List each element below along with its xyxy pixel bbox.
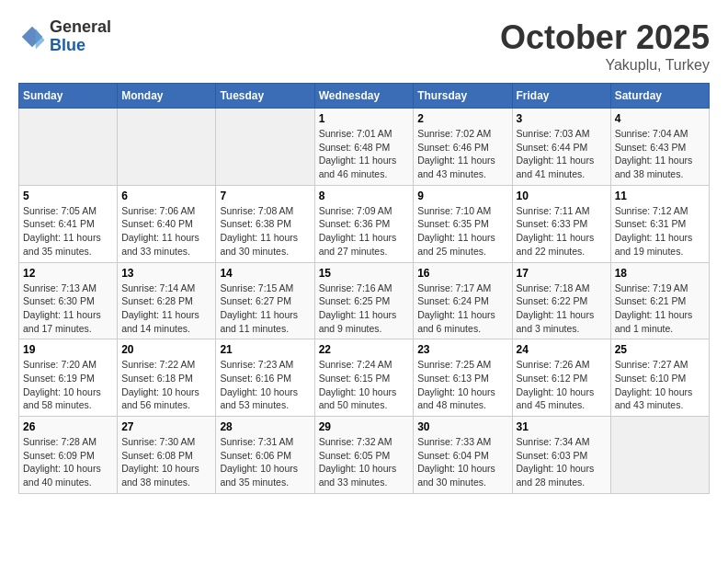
day-info: Sunrise: 7:18 AMSunset: 6:22 PMDaylight:… [517, 282, 607, 336]
calendar-cell: 2Sunrise: 7:02 AMSunset: 6:46 PMDaylight… [414, 109, 512, 186]
calendar-cell: 24Sunrise: 7:26 AMSunset: 6:12 PMDayligh… [512, 339, 610, 417]
day-info: Sunrise: 7:05 AMSunset: 6:41 PMDaylight:… [23, 204, 113, 259]
weekday-header: Saturday [610, 84, 709, 109]
day-info: Sunrise: 7:14 AMSunset: 6:28 PMDaylight:… [121, 282, 211, 336]
calendar-cell: 12Sunrise: 7:13 AMSunset: 6:30 PMDayligh… [19, 262, 118, 339]
weekday-header: Tuesday [216, 84, 314, 109]
day-info: Sunrise: 7:03 AMSunset: 6:44 PMDaylight:… [517, 127, 607, 181]
calendar-cell: 15Sunrise: 7:16 AMSunset: 6:25 PMDayligh… [314, 262, 414, 339]
day-info: Sunrise: 7:24 AMSunset: 6:15 PMDaylight:… [319, 358, 410, 412]
month-title: October 2025 [500, 18, 710, 57]
day-number: 19 [23, 343, 113, 356]
day-number: 25 [615, 343, 705, 356]
svg-marker-1 [36, 29, 45, 50]
calendar-cell: 11Sunrise: 7:12 AMSunset: 6:31 PMDayligh… [610, 185, 709, 262]
calendar-cell [610, 417, 709, 494]
calendar-cell: 8Sunrise: 7:09 AMSunset: 6:36 PMDaylight… [314, 185, 414, 262]
calendar-week-row: 19Sunrise: 7:20 AMSunset: 6:19 PMDayligh… [19, 339, 710, 417]
calendar-cell: 14Sunrise: 7:15 AMSunset: 6:27 PMDayligh… [216, 262, 314, 339]
calendar-cell: 30Sunrise: 7:33 AMSunset: 6:04 PMDayligh… [414, 417, 512, 494]
calendar-cell: 3Sunrise: 7:03 AMSunset: 6:44 PMDaylight… [512, 109, 610, 186]
day-number: 10 [517, 190, 607, 202]
calendar-cell: 21Sunrise: 7:23 AMSunset: 6:16 PMDayligh… [216, 339, 314, 417]
day-number: 4 [615, 112, 705, 125]
logo-text: General Blue [50, 18, 111, 55]
calendar-table: SundayMondayTuesdayWednesdayThursdayFrid… [18, 83, 710, 494]
day-number: 9 [417, 190, 507, 202]
day-number: 30 [417, 420, 507, 433]
day-number: 5 [23, 190, 113, 202]
weekday-header: Thursday [414, 84, 512, 109]
day-info: Sunrise: 7:13 AMSunset: 6:30 PMDaylight:… [23, 282, 113, 336]
calendar-cell: 27Sunrise: 7:30 AMSunset: 6:08 PMDayligh… [118, 417, 216, 494]
calendar-week-row: 12Sunrise: 7:13 AMSunset: 6:30 PMDayligh… [19, 262, 710, 339]
calendar-cell: 19Sunrise: 7:20 AMSunset: 6:19 PMDayligh… [19, 339, 118, 417]
day-info: Sunrise: 7:02 AMSunset: 6:46 PMDaylight:… [417, 127, 507, 181]
calendar-week-row: 26Sunrise: 7:28 AMSunset: 6:09 PMDayligh… [19, 417, 710, 494]
day-number: 21 [220, 343, 310, 356]
weekday-header: Wednesday [314, 84, 414, 109]
day-number: 6 [121, 190, 211, 202]
day-info: Sunrise: 7:20 AMSunset: 6:19 PMDaylight:… [23, 358, 113, 412]
calendar-week-row: 5Sunrise: 7:05 AMSunset: 6:41 PMDaylight… [19, 185, 710, 262]
day-number: 26 [23, 420, 113, 433]
day-info: Sunrise: 7:15 AMSunset: 6:27 PMDaylight:… [220, 282, 310, 336]
calendar-cell: 9Sunrise: 7:10 AMSunset: 6:35 PMDaylight… [414, 185, 512, 262]
calendar-cell: 10Sunrise: 7:11 AMSunset: 6:33 PMDayligh… [512, 185, 610, 262]
day-info: Sunrise: 7:11 AMSunset: 6:33 PMDaylight:… [517, 204, 607, 259]
calendar-cell: 6Sunrise: 7:06 AMSunset: 6:40 PMDaylight… [118, 185, 216, 262]
day-number: 7 [220, 190, 310, 202]
logo-blue: Blue [50, 37, 111, 55]
day-number: 17 [517, 267, 607, 280]
day-number: 24 [517, 343, 607, 356]
weekday-header: Sunday [19, 84, 118, 109]
weekday-header-row: SundayMondayTuesdayWednesdayThursdayFrid… [19, 84, 710, 109]
calendar-cell: 7Sunrise: 7:08 AMSunset: 6:38 PMDaylight… [216, 185, 314, 262]
calendar-week-row: 1Sunrise: 7:01 AMSunset: 6:48 PMDaylight… [19, 109, 710, 186]
calendar-cell: 31Sunrise: 7:34 AMSunset: 6:03 PMDayligh… [512, 417, 610, 494]
day-info: Sunrise: 7:34 AMSunset: 6:03 PMDaylight:… [517, 435, 607, 489]
calendar-cell: 4Sunrise: 7:04 AMSunset: 6:43 PMDaylight… [610, 109, 709, 186]
calendar-cell: 18Sunrise: 7:19 AMSunset: 6:21 PMDayligh… [610, 262, 709, 339]
day-info: Sunrise: 7:25 AMSunset: 6:13 PMDaylight:… [417, 358, 507, 412]
day-info: Sunrise: 7:19 AMSunset: 6:21 PMDaylight:… [615, 282, 705, 336]
calendar-cell: 28Sunrise: 7:31 AMSunset: 6:06 PMDayligh… [216, 417, 314, 494]
calendar-cell: 1Sunrise: 7:01 AMSunset: 6:48 PMDaylight… [314, 109, 414, 186]
day-info: Sunrise: 7:23 AMSunset: 6:16 PMDaylight:… [220, 358, 310, 412]
day-info: Sunrise: 7:12 AMSunset: 6:31 PMDaylight:… [615, 204, 705, 259]
day-info: Sunrise: 7:32 AMSunset: 6:05 PMDaylight:… [319, 435, 410, 489]
day-number: 2 [417, 112, 507, 125]
day-info: Sunrise: 7:30 AMSunset: 6:08 PMDaylight:… [121, 435, 211, 489]
day-info: Sunrise: 7:01 AMSunset: 6:48 PMDaylight:… [319, 127, 410, 181]
page-header: General Blue October 2025 Yakuplu, Turke… [18, 18, 710, 74]
day-number: 27 [121, 420, 211, 433]
day-number: 29 [319, 420, 410, 433]
calendar-cell [118, 109, 216, 186]
day-info: Sunrise: 7:22 AMSunset: 6:18 PMDaylight:… [121, 358, 211, 412]
day-number: 11 [615, 190, 705, 202]
location: Yakuplu, Turkey [500, 57, 710, 74]
calendar-cell [216, 109, 314, 186]
day-number: 16 [417, 267, 507, 280]
logo-general: General [50, 18, 111, 37]
day-info: Sunrise: 7:10 AMSunset: 6:35 PMDaylight:… [417, 204, 507, 259]
day-number: 31 [517, 420, 607, 433]
day-number: 15 [319, 267, 410, 280]
day-info: Sunrise: 7:06 AMSunset: 6:40 PMDaylight:… [121, 204, 211, 259]
day-info: Sunrise: 7:31 AMSunset: 6:06 PMDaylight:… [220, 435, 310, 489]
day-number: 12 [23, 267, 113, 280]
day-number: 3 [517, 112, 607, 125]
day-info: Sunrise: 7:09 AMSunset: 6:36 PMDaylight:… [319, 204, 410, 259]
day-info: Sunrise: 7:17 AMSunset: 6:24 PMDaylight:… [417, 282, 507, 336]
calendar-cell: 22Sunrise: 7:24 AMSunset: 6:15 PMDayligh… [314, 339, 414, 417]
day-number: 18 [615, 267, 705, 280]
calendar-cell: 29Sunrise: 7:32 AMSunset: 6:05 PMDayligh… [314, 417, 414, 494]
day-number: 13 [121, 267, 211, 280]
day-number: 28 [220, 420, 310, 433]
calendar-cell: 13Sunrise: 7:14 AMSunset: 6:28 PMDayligh… [118, 262, 216, 339]
day-number: 14 [220, 267, 310, 280]
day-info: Sunrise: 7:16 AMSunset: 6:25 PMDaylight:… [319, 282, 410, 336]
weekday-header: Friday [512, 84, 610, 109]
day-info: Sunrise: 7:04 AMSunset: 6:43 PMDaylight:… [615, 127, 705, 181]
calendar-cell: 25Sunrise: 7:27 AMSunset: 6:10 PMDayligh… [610, 339, 709, 417]
